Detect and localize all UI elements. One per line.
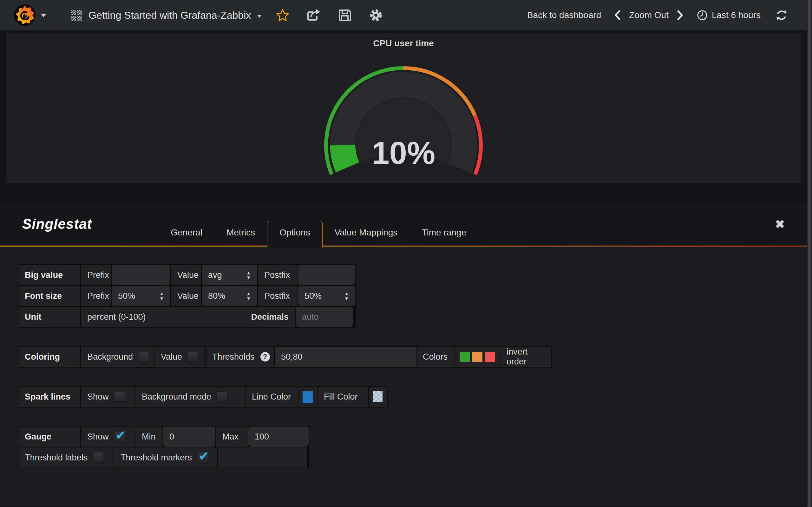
threshold-markers-checkbox[interactable]: ✔ (198, 452, 208, 463)
tab-value-mappings[interactable]: Value Mappings (322, 221, 410, 246)
fill-color-label: Fill Color (317, 387, 368, 407)
spinner-icon[interactable]: ▲▼ (159, 291, 164, 300)
value-checkbox[interactable] (188, 352, 198, 362)
coloring-table: Coloring Background Value Thresholds ? 5… (18, 346, 552, 368)
star-button[interactable] (275, 8, 290, 23)
postfix-label: Postfix (258, 286, 298, 306)
color-swatch-green[interactable] (460, 352, 470, 362)
dashboard-title: Getting Started with Grafana-Zabbix (89, 9, 251, 21)
spinner-icon[interactable]: ▲▼ (344, 291, 349, 300)
panel-editor: Singlestat General Metrics Options Value… (0, 204, 807, 506)
dashboard-grid-icon (71, 10, 82, 21)
scrollbar-thumb[interactable] (808, 0, 811, 507)
grafana-logo-icon (13, 4, 36, 26)
invert-order-button[interactable]: invert order (507, 347, 545, 367)
settings-button[interactable] (368, 8, 384, 23)
chevron-down-icon (257, 15, 262, 18)
tab-metrics[interactable]: Metrics (214, 221, 267, 246)
spark-lines-table: Spark lines Show Background mode Line Co… (18, 386, 388, 407)
font-size-label: Font size (18, 286, 80, 306)
thresholds-input[interactable]: 50,80 (275, 347, 416, 367)
help-icon[interactable]: ? (260, 352, 270, 361)
panel-title[interactable]: CPU user time (6, 33, 801, 49)
scrollbar[interactable] (807, 0, 812, 507)
dashboard-title-dropdown[interactable]: Getting Started with Grafana-Zabbix (60, 0, 262, 31)
value-size-select[interactable]: 80% ▲▼ (202, 286, 257, 306)
unit-value-dropdown[interactable]: percent (0-100) (87, 312, 146, 322)
max-input[interactable]: 100 (248, 427, 309, 447)
postfix-size-select[interactable]: 50% ▲▼ (298, 286, 355, 306)
save-button[interactable] (337, 8, 352, 23)
editor-tabs: General Metrics Options Value Mappings T… (159, 221, 478, 246)
back-to-dashboard-button[interactable]: Back to dashboard (527, 10, 601, 20)
background-label: Background (87, 352, 133, 362)
gauge-show-checkbox[interactable]: ✔ (114, 432, 125, 442)
threshold-markers-label: Threshold markers (120, 453, 192, 463)
time-range-picker[interactable]: Last 6 hours (697, 9, 761, 21)
show-checkbox[interactable] (114, 392, 125, 402)
line-color-label: Line Color (246, 387, 298, 407)
unit-label: Unit (18, 307, 80, 327)
gauge-value-text: 10% (372, 135, 435, 170)
check-icon: ✔ (199, 449, 209, 463)
refresh-icon (775, 9, 788, 21)
value-label: Value (171, 286, 201, 306)
prefix-label: Prefix (81, 286, 111, 306)
background-mode-checkbox[interactable] (217, 392, 227, 402)
chevron-right-icon[interactable] (677, 10, 683, 20)
show-label: Show (87, 392, 109, 402)
empty-cell (218, 447, 307, 468)
max-label: Max (216, 427, 248, 447)
share-button[interactable] (306, 8, 321, 23)
chevron-left-icon[interactable] (614, 10, 621, 20)
time-range-label: Last 6 hours (712, 10, 761, 20)
value-select[interactable]: avg ▲▼ (202, 265, 257, 285)
prefix-input[interactable] (112, 265, 170, 285)
color-swatch-orange[interactable] (472, 352, 483, 362)
grafana-menu-button[interactable] (0, 0, 60, 31)
min-label: Min (136, 427, 162, 447)
coloring-label: Coloring (18, 347, 80, 367)
colors-label: Colors (416, 347, 455, 367)
line-color-swatch[interactable] (303, 391, 313, 403)
fill-color-swatch[interactable] (373, 391, 383, 402)
prefix-size-select[interactable]: 50% ▲▼ (112, 286, 170, 306)
color-swatch-red[interactable] (485, 352, 495, 362)
value-label: Value (161, 352, 182, 362)
tab-general[interactable]: General (159, 221, 214, 246)
gauge-table: Gauge Show ✔ Min 0 Max 100 Threshold lab… (18, 426, 309, 468)
decimals-label: Decimals (251, 312, 289, 322)
decimals-input[interactable]: auto (296, 307, 353, 327)
min-input[interactable]: 0 (163, 427, 215, 447)
thresholds-label: Thresholds (212, 352, 255, 362)
top-navbar: Getting Started with Grafana-Zabbix (0, 0, 807, 31)
threshold-labels-label: Threshold labels (25, 453, 88, 463)
save-icon (338, 8, 352, 22)
value-options-table: Big value Prefix Value avg ▲▼ Postfix Fo… (18, 264, 356, 328)
gauge-label: Gauge (18, 427, 80, 447)
gauge-value-wedge (343, 145, 348, 167)
chevron-down-icon (41, 14, 46, 17)
close-icon[interactable]: ✖ (775, 218, 785, 231)
spinner-icon[interactable]: ▲▼ (246, 271, 251, 279)
tab-time-range[interactable]: Time range (409, 221, 478, 246)
zoom-out-button[interactable]: Zoom Out (629, 10, 668, 20)
postfix-label: Postfix (258, 265, 298, 285)
tab-underline (0, 245, 807, 246)
gear-icon (368, 8, 383, 22)
show-label: Show (87, 432, 109, 442)
tab-options[interactable]: Options (267, 221, 322, 247)
background-checkbox[interactable] (139, 352, 149, 362)
clock-icon (697, 9, 708, 21)
threshold-labels-checkbox[interactable] (93, 452, 103, 463)
background-mode-label: Background mode (142, 392, 211, 402)
value-label: Value (171, 265, 201, 285)
postfix-input[interactable] (298, 265, 355, 285)
singlestat-panel: CPU user time 10% (6, 33, 801, 182)
editor-title: Singlestat (22, 216, 92, 232)
spark-lines-label: Spark lines (18, 387, 80, 407)
star-icon (275, 8, 290, 22)
refresh-button[interactable] (774, 8, 789, 23)
gauge-chart: 10% (283, 47, 524, 183)
spinner-icon[interactable]: ▲▼ (246, 291, 251, 300)
